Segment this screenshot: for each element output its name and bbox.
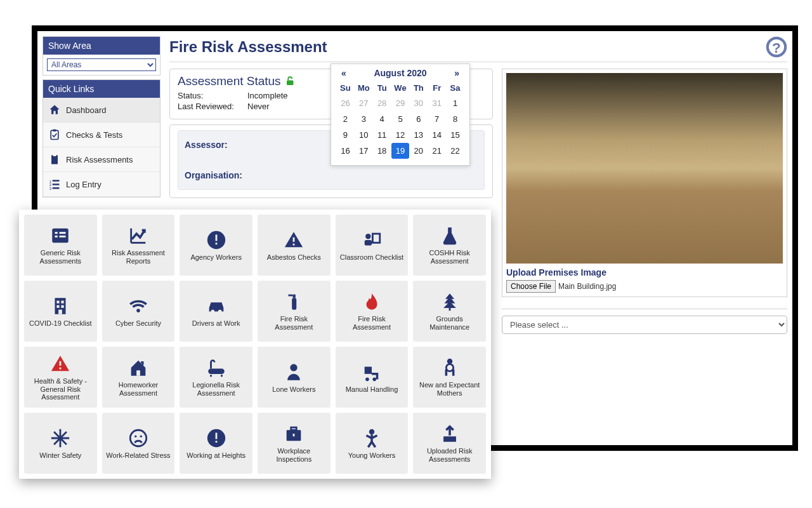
calendar-day[interactable]: 29 bbox=[391, 95, 410, 111]
calendar-day[interactable]: 3 bbox=[355, 111, 373, 127]
calendar-day[interactable]: 1 bbox=[446, 95, 464, 111]
tile-label: Young Workers bbox=[348, 451, 396, 460]
calendar-day[interactable]: 6 bbox=[409, 111, 428, 127]
tile-coshh-risk-assessment[interactable]: COSHH Risk Assessment bbox=[413, 215, 486, 276]
tile-label: Lone Workers bbox=[272, 385, 315, 394]
choose-file-button[interactable]: Choose File bbox=[506, 280, 556, 293]
tile-work-related-stress[interactable]: Work-Related Stress bbox=[102, 413, 175, 474]
calendar-month-label: August 2020 bbox=[374, 68, 426, 78]
warning-icon bbox=[49, 353, 72, 375]
tile-young-workers[interactable]: Young Workers bbox=[336, 413, 409, 474]
calendar-popup: « August 2020 » SuMoTuWeThFrSa2627282930… bbox=[331, 64, 470, 166]
tile-label: Agency Workers bbox=[190, 253, 242, 262]
tile-grounds-maintenance[interactable]: Grounds Maintenance bbox=[413, 281, 486, 342]
tiles-overlay: Generic Risk AssessmentsRisk Assessment … bbox=[19, 210, 491, 479]
quicklink-dashboard[interactable]: Dashboard bbox=[43, 98, 160, 123]
tile-label: Drivers at Work bbox=[192, 319, 240, 328]
calendar-day[interactable]: 16 bbox=[336, 143, 355, 159]
calendar-day[interactable]: 13 bbox=[409, 127, 428, 143]
sad-face-icon bbox=[127, 427, 150, 449]
calendar-day[interactable]: 10 bbox=[355, 127, 373, 143]
tile-health-safety-general-risk-assessment[interactable]: Health & Safety - General Risk Assessmen… bbox=[24, 347, 97, 408]
quicklink-log-entry[interactable]: Log Entry bbox=[43, 172, 160, 197]
last-reviewed-label: Last Reviewed: bbox=[178, 102, 247, 111]
calendar-day[interactable]: 28 bbox=[373, 95, 391, 111]
calendar-day[interactable]: 20 bbox=[409, 143, 428, 159]
quicklink-label: Checks & Tests bbox=[66, 130, 122, 140]
calendar-day[interactable]: 12 bbox=[391, 127, 410, 143]
upload-title: Upload Premises Image bbox=[506, 267, 783, 277]
calendar-day[interactable]: 31 bbox=[428, 95, 446, 111]
tile-label: Asbestos Checks bbox=[267, 253, 321, 262]
calendar-day[interactable]: 5 bbox=[391, 111, 410, 127]
tile-workplace-inspections[interactable]: Workplace Inspections bbox=[258, 413, 331, 474]
flask-icon bbox=[438, 225, 461, 246]
calendar-day[interactable]: 27 bbox=[355, 95, 373, 111]
calendar-day[interactable]: 11 bbox=[373, 127, 391, 143]
tile-cyber-security[interactable]: Cyber Security bbox=[102, 281, 175, 342]
status-label: Status: bbox=[178, 91, 247, 100]
calendar-day[interactable]: 8 bbox=[446, 111, 464, 127]
tile-risk-assessment-reports[interactable]: Risk Assessment Reports bbox=[102, 215, 175, 276]
calendar-day[interactable]: 7 bbox=[428, 111, 446, 127]
tile-label: New and Expectant Mothers bbox=[417, 381, 482, 397]
lower-select[interactable]: Please select ... bbox=[502, 316, 787, 334]
page-title: Fire Risk Assessment bbox=[169, 38, 327, 56]
premises-panel: Upload Premises Image Choose File Main B… bbox=[502, 69, 787, 297]
help-icon[interactable] bbox=[766, 36, 787, 58]
tile-winter-safety[interactable]: Winter Safety bbox=[24, 413, 97, 474]
tile-fire-risk-assessment[interactable]: Fire Risk Assessment bbox=[258, 281, 331, 342]
calendar-prev[interactable]: « bbox=[337, 68, 350, 78]
tile-fire-risk-assessment[interactable]: Fire Risk Assessment bbox=[336, 281, 409, 342]
tile-covid-19-checklist[interactable]: COVID-19 Checklist bbox=[24, 281, 97, 342]
exclaim-circle-icon bbox=[205, 229, 228, 251]
calendar-day[interactable]: 4 bbox=[373, 111, 391, 127]
person-icon bbox=[282, 361, 305, 383]
upload-icon bbox=[438, 423, 461, 444]
calendar-day[interactable]: 19 bbox=[391, 143, 410, 159]
teacher-icon bbox=[360, 229, 383, 251]
quicklink-risk-assessments[interactable]: Risk Assessments bbox=[43, 147, 160, 172]
calendar-day[interactable]: 17 bbox=[355, 143, 373, 159]
tile-agency-workers[interactable]: Agency Workers bbox=[180, 215, 252, 276]
unlock-icon bbox=[285, 76, 296, 87]
tile-legionella-risk-assessment[interactable]: Legionella Risk Assessment bbox=[180, 347, 252, 408]
tile-classroom-checklist[interactable]: Classroom Checklist bbox=[336, 215, 409, 276]
calendar-dow: Fr bbox=[428, 81, 446, 95]
calendar-day[interactable]: 22 bbox=[446, 143, 464, 159]
calendar-day[interactable]: 21 bbox=[428, 143, 446, 159]
tile-manual-handling[interactable]: Manual Handling bbox=[336, 347, 409, 408]
calendar-next[interactable]: » bbox=[450, 68, 463, 78]
status-title-text: Assessment Status bbox=[178, 74, 281, 88]
tile-homeworker-assessment[interactable]: Homeworker Assessment bbox=[102, 347, 175, 408]
snowflake-icon bbox=[49, 427, 72, 449]
calendar-day[interactable]: 14 bbox=[428, 127, 446, 143]
tile-label: Winter Safety bbox=[39, 451, 81, 460]
calendar-dow: Su bbox=[336, 81, 355, 95]
tile-label: Legionella Risk Assessment bbox=[183, 381, 249, 397]
tile-working-at-heights[interactable]: Working at Heights bbox=[180, 413, 252, 474]
tile-label: COVID-19 Checklist bbox=[29, 319, 91, 328]
tile-label: Grounds Maintenance bbox=[417, 315, 482, 331]
tile-lone-workers[interactable]: Lone Workers bbox=[258, 347, 331, 408]
calendar-day[interactable]: 15 bbox=[446, 127, 464, 143]
mother-icon bbox=[438, 357, 461, 378]
tile-uploaded-risk-assessments[interactable]: Uploaded Risk Assessments bbox=[413, 413, 486, 474]
area-select[interactable]: All Areas bbox=[47, 58, 156, 71]
bath-icon bbox=[205, 357, 228, 378]
tile-new-and-expectant-mothers[interactable]: New and Expectant Mothers bbox=[413, 347, 486, 408]
list-icon bbox=[49, 225, 72, 246]
calendar-day[interactable]: 26 bbox=[336, 95, 355, 111]
quicklink-checks-tests[interactable]: Checks & Tests bbox=[43, 123, 160, 147]
calendar-day[interactable]: 18 bbox=[373, 143, 391, 159]
tile-label: Risk Assessment Reports bbox=[106, 249, 171, 265]
tile-label: Classroom Checklist bbox=[340, 253, 403, 262]
tile-drivers-at-work[interactable]: Drivers at Work bbox=[180, 281, 252, 342]
trolley-icon bbox=[360, 361, 383, 383]
calendar-day[interactable]: 2 bbox=[336, 111, 355, 127]
tile-generic-risk-assessments[interactable]: Generic Risk Assessments bbox=[24, 215, 97, 276]
calendar-day[interactable]: 30 bbox=[409, 95, 428, 111]
calendar-day[interactable]: 9 bbox=[336, 127, 355, 143]
calendar-dow: Sa bbox=[446, 81, 464, 95]
tile-asbestos-checks[interactable]: Asbestos Checks bbox=[258, 215, 331, 276]
